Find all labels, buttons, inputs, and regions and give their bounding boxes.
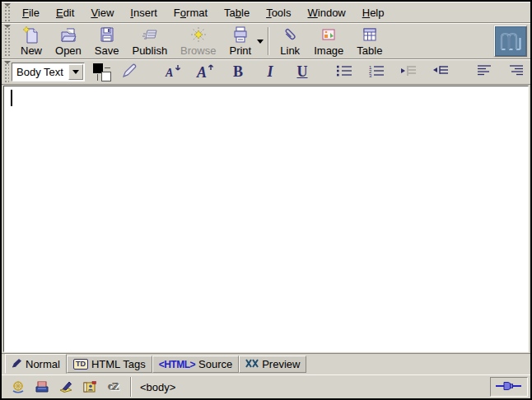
- outdent-icon: [400, 64, 417, 80]
- align-left-button[interactable]: [474, 62, 495, 82]
- component-bar: cZ: [2, 375, 130, 398]
- main-toolbar: New Open Save Publish Browse Print Link: [2, 23, 530, 59]
- smaller-font-button[interactable]: A: [163, 62, 184, 82]
- menubar: File Edit View Insert Format Table Tools…: [2, 2, 530, 23]
- menu-window[interactable]: Window: [300, 3, 354, 22]
- svg-text:A: A: [165, 67, 173, 79]
- menu-help[interactable]: Help: [354, 3, 393, 22]
- numbered-list-button[interactable]: 123: [366, 62, 387, 82]
- print-button[interactable]: Print: [222, 24, 258, 59]
- editmode-tabbar: Normal TD HTML Tags <HTML> Source Previe…: [2, 353, 530, 374]
- paragraph-format-select[interactable]: Body Text: [12, 63, 85, 81]
- td-tag-icon: TD: [73, 359, 88, 370]
- image-icon: [320, 26, 338, 44]
- menu-view[interactable]: View: [82, 3, 122, 22]
- indent-icon: [432, 64, 449, 80]
- toolbar-separator: [268, 27, 269, 55]
- highlight-pen-icon: [121, 63, 138, 81]
- link-icon: [281, 26, 299, 44]
- bullet-list-button[interactable]: [334, 62, 355, 82]
- larger-font-button[interactable]: A: [195, 62, 217, 82]
- navigator-icon[interactable]: [10, 379, 26, 394]
- new-button[interactable]: New: [14, 24, 49, 59]
- table-icon: [361, 26, 379, 44]
- save-floppy-icon: [98, 26, 116, 44]
- smaller-font-icon: A: [164, 63, 184, 81]
- open-folder-icon: [59, 26, 77, 44]
- menu-file[interactable]: File: [14, 3, 48, 22]
- align-right-button[interactable]: [506, 62, 527, 82]
- format-toolbar: Body Text A A B I U 123: [2, 59, 530, 85]
- larger-font-icon: A: [196, 63, 216, 81]
- menubar-grippy[interactable]: [3, 3, 12, 21]
- tab-normal[interactable]: Normal: [5, 354, 67, 374]
- online-status-button[interactable]: [490, 377, 528, 397]
- image-button[interactable]: Image: [307, 24, 350, 59]
- align-left-icon: [477, 64, 492, 80]
- browse-sparkle-icon: [189, 26, 208, 44]
- chatzilla-icon[interactable]: cZ: [105, 379, 122, 394]
- composer-window: File Edit View Insert Format Table Tools…: [0, 0, 532, 400]
- publish-button[interactable]: Publish: [125, 24, 174, 59]
- html-source-icon: <HTML>: [159, 359, 195, 370]
- chevron-down-icon[interactable]: [68, 64, 83, 80]
- highlight-pen-button[interactable]: [119, 62, 140, 82]
- italic-button[interactable]: I: [259, 62, 281, 82]
- link-button[interactable]: Link: [273, 24, 307, 59]
- table-button[interactable]: Table: [350, 24, 389, 59]
- tab-preview[interactable]: Preview: [239, 356, 306, 373]
- background-color-swatch[interactable]: [101, 72, 111, 81]
- menu-table[interactable]: Table: [216, 3, 258, 22]
- underline-button[interactable]: U: [292, 62, 313, 82]
- paragraph-format-value: Body Text: [12, 63, 68, 81]
- browse-button[interactable]: Browse: [174, 24, 222, 59]
- composer-icon[interactable]: [58, 379, 74, 394]
- online-plug-icon: [496, 381, 522, 393]
- align-right-icon: [509, 64, 524, 80]
- print-dropdown-arrow[interactable]: [255, 27, 264, 55]
- tab-source[interactable]: <HTML> Source: [152, 356, 240, 373]
- print-icon: [231, 26, 250, 44]
- document-edit-area[interactable]: [3, 86, 529, 352]
- mozilla-m-logo-icon: [498, 30, 523, 53]
- save-button[interactable]: Save: [88, 24, 126, 59]
- menu-tools[interactable]: Tools: [258, 3, 299, 22]
- statusbar: cZ <body>: [2, 374, 530, 398]
- menu-format[interactable]: Format: [166, 3, 216, 22]
- svg-text:3: 3: [369, 73, 372, 78]
- menu-insert[interactable]: Insert: [122, 3, 166, 22]
- pen-icon: [12, 358, 22, 370]
- bullet-list-icon: [336, 64, 352, 80]
- numbered-list-icon: 123: [368, 64, 385, 80]
- open-button[interactable]: Open: [49, 24, 88, 59]
- publish-icon: [141, 26, 159, 44]
- outdent-button[interactable]: [398, 62, 419, 82]
- preview-icon: [245, 358, 259, 370]
- mail-icon[interactable]: [34, 379, 50, 394]
- mozilla-throbber[interactable]: [494, 26, 527, 57]
- addressbook-icon[interactable]: [82, 379, 98, 394]
- menu-edit[interactable]: Edit: [48, 3, 82, 22]
- tab-html-tags[interactable]: TD HTML Tags: [67, 356, 152, 373]
- toolbar-grippy[interactable]: [3, 25, 12, 58]
- text-color-picker[interactable]: [93, 63, 107, 81]
- formatbar-grippy[interactable]: [3, 61, 9, 83]
- new-page-icon: [22, 26, 40, 44]
- svg-text:A: A: [196, 64, 207, 79]
- element-path: <body>: [132, 375, 490, 398]
- text-caret: [11, 90, 12, 106]
- indent-button[interactable]: [430, 62, 451, 82]
- bold-button[interactable]: B: [227, 62, 249, 82]
